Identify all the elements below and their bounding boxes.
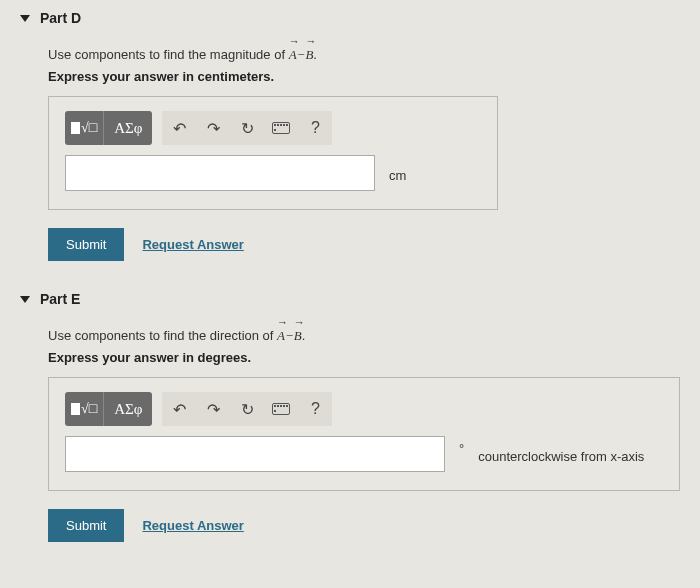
- unit-text: counterclockwise from x-axis: [478, 449, 644, 464]
- answer-input-d[interactable]: [65, 155, 375, 191]
- template-button[interactable]: √□: [65, 111, 104, 145]
- greek-button[interactable]: ΑΣφ: [104, 111, 152, 145]
- keyboard-button[interactable]: [264, 111, 298, 145]
- request-answer-link-d[interactable]: Request Answer: [142, 237, 243, 252]
- part-e-title: Part E: [40, 291, 80, 307]
- part-d-block: Part D Use components to find the magnit…: [20, 10, 680, 261]
- part-e-header[interactable]: Part E: [20, 291, 680, 307]
- reset-button[interactable]: ↻: [230, 392, 264, 426]
- reset-button[interactable]: ↻: [230, 111, 264, 145]
- part-d-header[interactable]: Part D: [20, 10, 680, 26]
- controls-column: √□ ΑΣφ ↶ ↷ ↻ ?: [65, 392, 445, 472]
- prompt-prefix: Use components to find the direction of: [48, 328, 277, 343]
- submit-button-e[interactable]: Submit: [48, 509, 124, 542]
- part-e-block: Part E Use components to find the direct…: [20, 291, 680, 542]
- vector-b: B: [305, 44, 313, 63]
- request-answer-link-e[interactable]: Request Answer: [142, 518, 243, 533]
- reset-icon: ↻: [241, 119, 254, 138]
- degree-symbol: °: [459, 441, 464, 472]
- part-d-prompt: Use components to find the magnitude of …: [48, 44, 680, 63]
- prompt-suffix: .: [302, 328, 306, 343]
- caret-down-icon: [20, 296, 30, 303]
- prompt-prefix: Use components to find the magnitude of: [48, 47, 289, 62]
- answer-box-e: √□ ΑΣφ ↶ ↷ ↻ ? ° counterclockwise from x…: [48, 377, 680, 491]
- keyboard-button[interactable]: [264, 392, 298, 426]
- controls-column: √□ ΑΣφ ↶ ↷ ↻ ?: [65, 111, 375, 191]
- minus-op: −: [297, 47, 306, 63]
- template-icon: [71, 122, 80, 134]
- redo-button[interactable]: ↷: [196, 392, 230, 426]
- greek-button[interactable]: ΑΣφ: [104, 392, 152, 426]
- undo-button[interactable]: ↶: [162, 392, 196, 426]
- minus-op: −: [285, 328, 294, 344]
- help-button[interactable]: ?: [298, 111, 332, 145]
- prompt-suffix: .: [313, 47, 317, 62]
- template-icon: [71, 403, 80, 415]
- help-button[interactable]: ?: [298, 392, 332, 426]
- vector-a: A: [289, 44, 297, 63]
- math-expression: A − B: [289, 44, 314, 63]
- vector-b: B: [294, 325, 302, 344]
- toolbar-e: √□ ΑΣφ ↶ ↷ ↻ ?: [65, 392, 445, 426]
- submit-button-d[interactable]: Submit: [48, 228, 124, 261]
- answer-box-d: √□ ΑΣφ ↶ ↷ ↻ ? cm: [48, 96, 498, 210]
- undo-icon: ↶: [173, 400, 186, 419]
- root-icon: √□: [81, 401, 97, 417]
- redo-button[interactable]: ↷: [196, 111, 230, 145]
- reset-icon: ↻: [241, 400, 254, 419]
- toolbar-d: √□ ΑΣφ ↶ ↷ ↻ ?: [65, 111, 375, 145]
- caret-down-icon: [20, 15, 30, 22]
- keyboard-icon: [272, 122, 290, 134]
- submit-row-d: Submit Request Answer: [48, 228, 680, 261]
- template-button[interactable]: √□: [65, 392, 104, 426]
- part-e-prompt: Use components to find the direction of …: [48, 325, 680, 344]
- unit-label-d: cm: [389, 168, 406, 191]
- unit-label-e: counterclockwise from x-axis: [478, 449, 644, 472]
- part-e-content: Use components to find the direction of …: [48, 325, 680, 542]
- redo-icon: ↷: [207, 400, 220, 419]
- part-d-content: Use components to find the magnitude of …: [48, 44, 680, 261]
- keyboard-icon: [272, 403, 290, 415]
- undo-icon: ↶: [173, 119, 186, 138]
- redo-icon: ↷: [207, 119, 220, 138]
- part-d-title: Part D: [40, 10, 81, 26]
- root-icon: √□: [81, 120, 97, 136]
- undo-button[interactable]: ↶: [162, 111, 196, 145]
- vector-a: A: [277, 325, 285, 344]
- answer-input-e[interactable]: [65, 436, 445, 472]
- part-e-instruction: Express your answer in degrees.: [48, 350, 680, 365]
- math-expression: A − B: [277, 325, 302, 344]
- submit-row-e: Submit Request Answer: [48, 509, 680, 542]
- part-d-instruction: Express your answer in centimeters.: [48, 69, 680, 84]
